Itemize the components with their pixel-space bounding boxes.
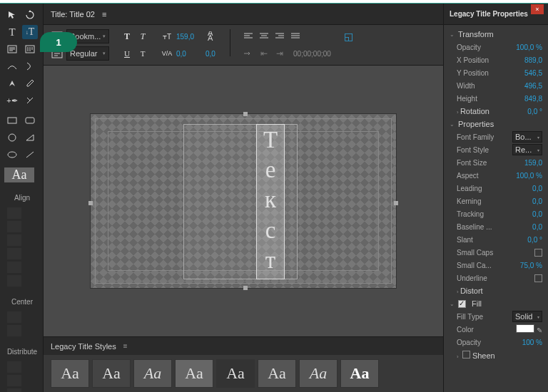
align-left[interactable] — [7, 207, 21, 219]
slant-value[interactable]: 0,0 ° — [527, 236, 542, 244]
eyedropper-icon[interactable] — [22, 76, 38, 91]
dist-3[interactable] — [7, 388, 21, 392]
underline-button[interactable]: U — [121, 47, 133, 60]
svg-point-11 — [8, 152, 16, 158]
align-vcenter[interactable] — [7, 262, 21, 273]
tab-button-1[interactable] — [242, 47, 255, 60]
title-label: Title: Title 02 — [51, 10, 95, 19]
fill-checkbox[interactable] — [458, 300, 466, 308]
area-type-tool[interactable] — [4, 42, 20, 56]
vertical-area-type-tool[interactable] — [22, 42, 38, 56]
app-frame: T ↓T 1 +✒ — [0, 4, 548, 392]
tracking-value[interactable]: 0,0 — [532, 210, 542, 218]
fill-section[interactable]: ⌄Fill — [444, 297, 548, 310]
height-value[interactable]: 849,8 — [524, 95, 542, 103]
aspect-value[interactable]: 100,0 % — [516, 172, 542, 180]
svg-rect-9 — [26, 118, 34, 123]
kerning-prop-value[interactable]: 0,0 — [532, 197, 542, 205]
tab-button-2[interactable]: ⇤ — [258, 47, 270, 60]
fontsize-value[interactable]: 159,0 — [524, 159, 542, 167]
ellipse-tool[interactable] — [4, 130, 20, 145]
smallcaps-size-value[interactable]: 75,0 % — [520, 262, 542, 269]
fill-opacity-value[interactable]: 100 % — [522, 339, 542, 346]
style-swatch[interactable]: Aa — [216, 359, 255, 388]
rectangle-tool[interactable] — [4, 113, 20, 128]
style-swatch[interactable]: Aa — [51, 359, 89, 388]
title-tab-header: Title: Title 02 ≡ — [44, 4, 443, 25]
align-right-button[interactable] — [273, 30, 286, 43]
styles-panel-menu-icon[interactable]: ≡ — [123, 342, 126, 350]
panel-menu-icon[interactable]: ≡ — [102, 10, 105, 19]
smallcaps-checkbox[interactable] — [534, 249, 542, 257]
line-tool[interactable] — [22, 148, 38, 162]
align-top[interactable] — [7, 248, 21, 259]
style-swatch[interactable]: Aa — [340, 359, 379, 388]
vertical-path-type-tool[interactable] — [22, 59, 38, 73]
font-family-prop-dropdown[interactable]: Bo...▾ — [512, 131, 542, 143]
center-v[interactable] — [7, 325, 21, 336]
kerning-icon: V/A — [161, 47, 173, 60]
fill-type-dropdown[interactable]: Solid▾ — [512, 311, 542, 322]
baseline-value[interactable]: 0,0 — [532, 223, 542, 231]
rotation-value[interactable]: 0,0 ° — [527, 108, 542, 115]
add-anchor-tool[interactable]: +✒ — [4, 93, 20, 108]
kerning-value[interactable]: 0,0 — [176, 50, 186, 58]
opacity-value[interactable]: 100,0 % — [516, 43, 542, 51]
dist-2[interactable] — [7, 375, 21, 386]
smallcaps-button[interactable]: T — [136, 47, 149, 60]
title-canvas[interactable]: Т е к с т — [90, 113, 397, 289]
vertical-text-object[interactable]: Т е к с т — [256, 124, 285, 279]
bold-button[interactable]: T — [121, 30, 133, 43]
svg-line-12 — [26, 152, 34, 158]
wedge-tool[interactable] — [22, 130, 38, 145]
font-style-prop-dropdown[interactable]: Re...▾ — [512, 144, 542, 155]
arc-tool[interactable] — [4, 148, 20, 162]
leading-value[interactable]: 0,0 — [206, 50, 215, 58]
type-tool[interactable]: T — [4, 25, 20, 39]
style-swatch[interactable]: Aa — [175, 359, 213, 388]
center-h[interactable] — [7, 311, 21, 323]
italic-button[interactable]: T — [136, 30, 149, 43]
convert-anchor-tool[interactable] — [22, 93, 38, 108]
align-hcenter[interactable] — [7, 221, 21, 232]
yposition-value[interactable]: 546,5 — [524, 69, 542, 77]
tab-button-3[interactable]: ⇥ — [273, 47, 286, 60]
align-right[interactable] — [7, 234, 21, 246]
style-swatch[interactable]: Aa — [92, 359, 131, 388]
path-type-tool[interactable] — [4, 59, 20, 73]
font-size-value[interactable]: 159,0 — [176, 33, 194, 41]
leading-value[interactable]: 0,0 — [532, 185, 542, 192]
sheen-checkbox[interactable] — [462, 351, 470, 359]
vertical-type-tool[interactable]: ↓T — [22, 25, 38, 39]
callout-badge: 1 — [40, 32, 77, 52]
center-section-label: Center — [4, 298, 40, 306]
transform-section[interactable]: ⌄Transform — [444, 28, 548, 41]
justify-button[interactable] — [289, 30, 302, 43]
canvas-area: Т е к с т — [44, 66, 443, 336]
rounded-rectangle-tool[interactable] — [22, 113, 38, 128]
style-swatch[interactable]: Aa — [258, 359, 296, 388]
tools-panel: T ↓T 1 +✒ — [0, 4, 43, 392]
align-center-button[interactable] — [258, 30, 270, 43]
svg-rect-8 — [8, 118, 16, 123]
fill-color-swatch[interactable] — [516, 324, 534, 333]
properties-panel: Legacy Title Properties ⌄Transform Opaci… — [444, 4, 548, 392]
close-button[interactable]: × — [531, 4, 544, 14]
selection-tool[interactable] — [4, 8, 20, 22]
align-bottom[interactable] — [7, 275, 21, 287]
pen-tool[interactable] — [4, 76, 20, 91]
rotate-tool[interactable] — [22, 8, 38, 22]
title-toolbar: Bookm...▾ Regular▾ T T U T ᴛT159,0 — [44, 25, 443, 66]
style-preview[interactable]: Aa — [4, 167, 34, 182]
style-swatch[interactable]: Aa — [133, 359, 172, 388]
fill-eyedropper-icon[interactable]: ✎ — [537, 326, 542, 334]
svg-text:A: A — [208, 33, 213, 41]
show-video-button[interactable]: ◱ — [342, 30, 355, 43]
xposition-value[interactable]: 889,0 — [524, 56, 542, 64]
underline-checkbox[interactable] — [534, 274, 542, 282]
dist-1[interactable] — [7, 361, 21, 373]
align-left-button[interactable] — [242, 30, 255, 43]
properties-section[interactable]: ⌄Properties — [444, 118, 548, 130]
style-swatch[interactable]: Aa — [299, 359, 338, 388]
width-value[interactable]: 496,5 — [524, 82, 542, 90]
